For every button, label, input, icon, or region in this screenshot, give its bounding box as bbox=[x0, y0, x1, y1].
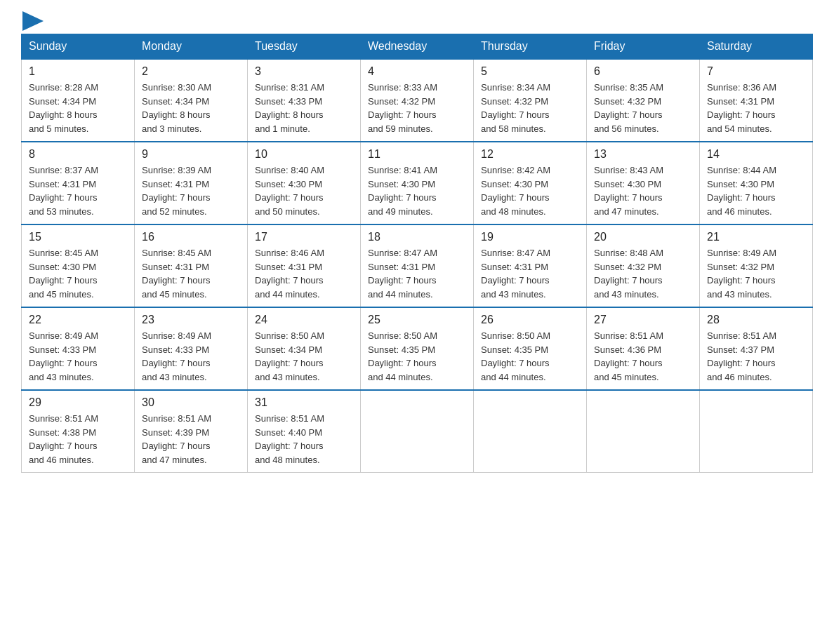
calendar-cell: 26 Sunrise: 8:50 AMSunset: 4:35 PMDaylig… bbox=[474, 307, 587, 390]
day-info: Sunrise: 8:48 AMSunset: 4:32 PMDaylight:… bbox=[594, 246, 692, 301]
day-info: Sunrise: 8:50 AMSunset: 4:35 PMDaylight:… bbox=[481, 329, 579, 384]
day-number: 27 bbox=[594, 314, 692, 326]
day-info: Sunrise: 8:50 AMSunset: 4:35 PMDaylight:… bbox=[368, 329, 466, 384]
calendar-cell bbox=[474, 390, 587, 473]
day-number: 12 bbox=[481, 148, 579, 161]
day-info: Sunrise: 8:47 AMSunset: 4:31 PMDaylight:… bbox=[368, 246, 466, 301]
day-info: Sunrise: 8:50 AMSunset: 4:34 PMDaylight:… bbox=[255, 329, 353, 384]
calendar-cell: 27 Sunrise: 8:51 AMSunset: 4:36 PMDaylig… bbox=[587, 307, 700, 390]
calendar-cell: 19 Sunrise: 8:47 AMSunset: 4:31 PMDaylig… bbox=[474, 224, 587, 307]
day-info: Sunrise: 8:42 AMSunset: 4:30 PMDaylight:… bbox=[481, 163, 579, 218]
calendar-cell: 20 Sunrise: 8:48 AMSunset: 4:32 PMDaylig… bbox=[587, 224, 700, 307]
header-friday: Friday bbox=[587, 34, 700, 60]
calendar-cell: 28 Sunrise: 8:51 AMSunset: 4:37 PMDaylig… bbox=[700, 307, 813, 390]
day-number: 19 bbox=[481, 231, 579, 243]
day-number: 16 bbox=[142, 231, 240, 243]
day-info: Sunrise: 8:49 AMSunset: 4:32 PMDaylight:… bbox=[707, 246, 805, 301]
calendar-cell: 30 Sunrise: 8:51 AMSunset: 4:39 PMDaylig… bbox=[135, 390, 248, 473]
day-info: Sunrise: 8:35 AMSunset: 4:32 PMDaylight:… bbox=[594, 81, 692, 135]
calendar-header-row: SundayMondayTuesdayWednesdayThursdayFrid… bbox=[22, 34, 813, 60]
day-info: Sunrise: 8:44 AMSunset: 4:30 PMDaylight:… bbox=[707, 163, 805, 218]
day-number: 28 bbox=[707, 314, 805, 326]
calendar-cell: 15 Sunrise: 8:45 AMSunset: 4:30 PMDaylig… bbox=[22, 224, 135, 307]
day-info: Sunrise: 8:39 AMSunset: 4:31 PMDaylight:… bbox=[142, 163, 240, 218]
day-number: 30 bbox=[142, 396, 240, 409]
calendar-cell: 17 Sunrise: 8:46 AMSunset: 4:31 PMDaylig… bbox=[248, 224, 361, 307]
day-info: Sunrise: 8:46 AMSunset: 4:31 PMDaylight:… bbox=[255, 246, 353, 301]
day-info: Sunrise: 8:28 AMSunset: 4:34 PMDaylight:… bbox=[29, 81, 127, 135]
calendar-cell: 12 Sunrise: 8:42 AMSunset: 4:30 PMDaylig… bbox=[474, 142, 587, 224]
day-number: 31 bbox=[255, 396, 353, 409]
day-number: 21 bbox=[707, 231, 805, 243]
day-info: Sunrise: 8:31 AMSunset: 4:33 PMDaylight:… bbox=[255, 81, 353, 135]
day-info: Sunrise: 8:34 AMSunset: 4:32 PMDaylight:… bbox=[481, 81, 579, 135]
day-number: 25 bbox=[368, 314, 466, 326]
header-tuesday: Tuesday bbox=[248, 34, 361, 60]
day-number: 11 bbox=[368, 148, 466, 161]
calendar-cell: 5 Sunrise: 8:34 AMSunset: 4:32 PMDayligh… bbox=[474, 59, 587, 142]
day-info: Sunrise: 8:49 AMSunset: 4:33 PMDaylight:… bbox=[142, 329, 240, 384]
calendar-week-3: 15 Sunrise: 8:45 AMSunset: 4:30 PMDaylig… bbox=[22, 224, 813, 307]
day-info: Sunrise: 8:51 AMSunset: 4:37 PMDaylight:… bbox=[707, 329, 805, 384]
day-info: Sunrise: 8:51 AMSunset: 4:39 PMDaylight:… bbox=[142, 412, 240, 467]
calendar-cell: 2 Sunrise: 8:30 AMSunset: 4:34 PMDayligh… bbox=[135, 59, 248, 142]
day-info: Sunrise: 8:43 AMSunset: 4:30 PMDaylight:… bbox=[594, 163, 692, 218]
day-number: 17 bbox=[255, 231, 353, 243]
logo-triangle-icon bbox=[22, 11, 44, 31]
calendar-cell: 24 Sunrise: 8:50 AMSunset: 4:34 PMDaylig… bbox=[248, 307, 361, 390]
day-number: 14 bbox=[707, 148, 805, 161]
day-info: Sunrise: 8:33 AMSunset: 4:32 PMDaylight:… bbox=[368, 81, 466, 135]
svg-marker-0 bbox=[22, 11, 44, 31]
day-info: Sunrise: 8:51 AMSunset: 4:38 PMDaylight:… bbox=[29, 412, 127, 467]
day-info: Sunrise: 8:40 AMSunset: 4:30 PMDaylight:… bbox=[255, 163, 353, 218]
header-thursday: Thursday bbox=[474, 34, 587, 60]
day-number: 4 bbox=[368, 65, 466, 78]
calendar-cell bbox=[700, 390, 813, 473]
day-number: 8 bbox=[29, 148, 127, 161]
day-number: 1 bbox=[29, 65, 127, 78]
calendar-cell: 31 Sunrise: 8:51 AMSunset: 4:40 PMDaylig… bbox=[248, 390, 361, 473]
header-sunday: Sunday bbox=[22, 34, 135, 60]
calendar-cell: 22 Sunrise: 8:49 AMSunset: 4:33 PMDaylig… bbox=[22, 307, 135, 390]
day-number: 22 bbox=[29, 314, 127, 326]
calendar-cell: 8 Sunrise: 8:37 AMSunset: 4:31 PMDayligh… bbox=[22, 142, 135, 224]
calendar-cell: 21 Sunrise: 8:49 AMSunset: 4:32 PMDaylig… bbox=[700, 224, 813, 307]
day-number: 26 bbox=[481, 314, 579, 326]
day-info: Sunrise: 8:51 AMSunset: 4:36 PMDaylight:… bbox=[594, 329, 692, 384]
calendar-week-2: 8 Sunrise: 8:37 AMSunset: 4:31 PMDayligh… bbox=[22, 142, 813, 224]
logo bbox=[21, 14, 44, 27]
day-info: Sunrise: 8:37 AMSunset: 4:31 PMDaylight:… bbox=[29, 163, 127, 218]
day-info: Sunrise: 8:51 AMSunset: 4:40 PMDaylight:… bbox=[255, 412, 353, 467]
calendar-cell: 1 Sunrise: 8:28 AMSunset: 4:34 PMDayligh… bbox=[22, 59, 135, 142]
header-monday: Monday bbox=[135, 34, 248, 60]
calendar-cell: 18 Sunrise: 8:47 AMSunset: 4:31 PMDaylig… bbox=[361, 224, 474, 307]
calendar-week-1: 1 Sunrise: 8:28 AMSunset: 4:34 PMDayligh… bbox=[22, 59, 813, 142]
day-number: 15 bbox=[29, 231, 127, 243]
page-header bbox=[21, 14, 813, 27]
day-info: Sunrise: 8:45 AMSunset: 4:31 PMDaylight:… bbox=[142, 246, 240, 301]
calendar-cell: 23 Sunrise: 8:49 AMSunset: 4:33 PMDaylig… bbox=[135, 307, 248, 390]
calendar-cell: 29 Sunrise: 8:51 AMSunset: 4:38 PMDaylig… bbox=[22, 390, 135, 473]
calendar-cell: 3 Sunrise: 8:31 AMSunset: 4:33 PMDayligh… bbox=[248, 59, 361, 142]
calendar-cell: 11 Sunrise: 8:41 AMSunset: 4:30 PMDaylig… bbox=[361, 142, 474, 224]
calendar-week-4: 22 Sunrise: 8:49 AMSunset: 4:33 PMDaylig… bbox=[22, 307, 813, 390]
calendar-cell bbox=[587, 390, 700, 473]
day-info: Sunrise: 8:30 AMSunset: 4:34 PMDaylight:… bbox=[142, 81, 240, 135]
day-number: 2 bbox=[142, 65, 240, 78]
day-number: 9 bbox=[142, 148, 240, 161]
calendar-cell bbox=[361, 390, 474, 473]
header-wednesday: Wednesday bbox=[361, 34, 474, 60]
day-number: 18 bbox=[368, 231, 466, 243]
calendar-cell: 7 Sunrise: 8:36 AMSunset: 4:31 PMDayligh… bbox=[700, 59, 813, 142]
day-number: 20 bbox=[594, 231, 692, 243]
calendar-cell: 4 Sunrise: 8:33 AMSunset: 4:32 PMDayligh… bbox=[361, 59, 474, 142]
day-number: 5 bbox=[481, 65, 579, 78]
calendar-cell: 25 Sunrise: 8:50 AMSunset: 4:35 PMDaylig… bbox=[361, 307, 474, 390]
day-info: Sunrise: 8:47 AMSunset: 4:31 PMDaylight:… bbox=[481, 246, 579, 301]
day-number: 24 bbox=[255, 314, 353, 326]
day-info: Sunrise: 8:49 AMSunset: 4:33 PMDaylight:… bbox=[29, 329, 127, 384]
header-saturday: Saturday bbox=[700, 34, 813, 60]
day-number: 10 bbox=[255, 148, 353, 161]
day-info: Sunrise: 8:41 AMSunset: 4:30 PMDaylight:… bbox=[368, 163, 466, 218]
calendar-cell: 6 Sunrise: 8:35 AMSunset: 4:32 PMDayligh… bbox=[587, 59, 700, 142]
